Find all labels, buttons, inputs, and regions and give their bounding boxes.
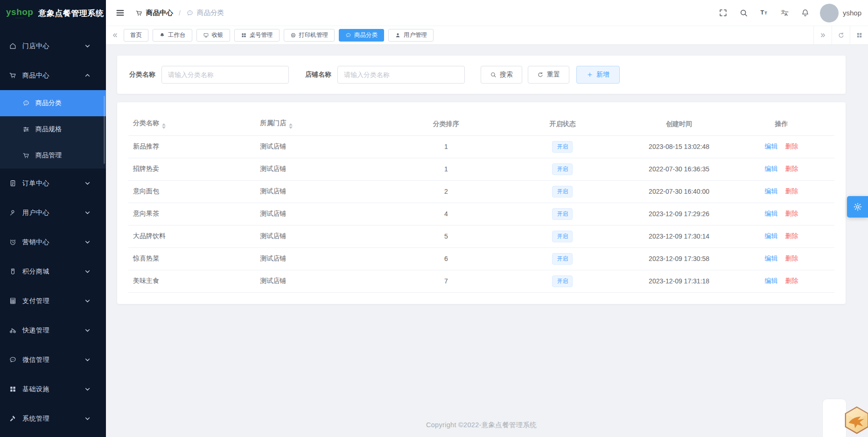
- table-row: 美味主食测试店铺7开启2023-12-09 17:31:18编辑删除: [128, 270, 834, 292]
- column-header[interactable]: 分类名称: [128, 113, 255, 135]
- chevron-up-icon: [84, 71, 91, 79]
- cell-actions: 编辑删除: [728, 180, 834, 203]
- tab-table-manage[interactable]: 桌号管理: [234, 29, 280, 42]
- sidebar-item-system-manage[interactable]: 系统管理: [0, 404, 106, 433]
- tab-printer-manage[interactable]: 打印机管理: [284, 29, 335, 42]
- tab-options-button[interactable]: [850, 26, 868, 44]
- edit-link[interactable]: 编辑: [765, 254, 778, 262]
- column-header-label: 所属门店: [260, 119, 286, 127]
- scroll-tabs-right-button[interactable]: [813, 26, 832, 44]
- svg-text:T: T: [764, 11, 767, 15]
- chat-bubble-icon: [186, 9, 194, 17]
- hamburger-icon[interactable]: [115, 8, 125, 18]
- cell-created-time: 2023-12-09 17:29:26: [630, 203, 728, 225]
- chevron-down-icon: [84, 356, 91, 364]
- sidebar-item-infrastructure[interactable]: 基础设施: [0, 374, 106, 404]
- delete-link[interactable]: 删除: [785, 187, 798, 195]
- sidebar-item-marketing-center[interactable]: 营销中心: [0, 227, 106, 257]
- sidebar-item-payment-manage[interactable]: 支付管理: [0, 286, 106, 316]
- user-filled-icon: [395, 32, 401, 38]
- table-row: 新品推荐测试店铺1开启2023-08-15 13:02:48编辑删除: [128, 135, 834, 158]
- column-header-label: 分类排序: [433, 120, 459, 127]
- scroll-tabs-left-icon[interactable]: [112, 32, 119, 39]
- translate-icon[interactable]: 文A: [780, 8, 789, 17]
- username[interactable]: yshop: [843, 9, 861, 17]
- content-area: 分类名称 店铺名称 搜索 重置 新增: [106, 45, 868, 437]
- column-header: 开启状态: [496, 113, 630, 135]
- delete-link[interactable]: 删除: [785, 232, 798, 240]
- home-icon: [9, 42, 17, 50]
- column-header-label: 操作: [775, 120, 788, 127]
- delete-link[interactable]: 删除: [785, 165, 798, 172]
- theme-settings-button[interactable]: [847, 196, 868, 218]
- notification-bell-icon[interactable]: [801, 8, 810, 17]
- tab-user-manage[interactable]: 用户管理: [388, 29, 434, 42]
- logo[interactable]: yshop ───── 意象点餐管理系统: [0, 0, 106, 26]
- cell-created-time: 2023-12-09 17:30:14: [630, 225, 728, 247]
- edit-link[interactable]: 编辑: [765, 232, 778, 240]
- cell-shop: 测试店铺: [255, 203, 397, 225]
- column-header[interactable]: 所属门店: [255, 113, 397, 135]
- delete-link[interactable]: 删除: [785, 254, 798, 262]
- main-area: 商品中心 / 商品分类 TT 文A yshop 首页工作台收银桌号管理打印机管理…: [106, 0, 868, 437]
- sort-carets-icon[interactable]: [289, 123, 293, 129]
- chevron-down-icon: [84, 385, 91, 393]
- sidebar-item-points-mall[interactable]: 积分商城: [0, 257, 106, 286]
- breadcrumb-item-goods-center[interactable]: 商品中心: [146, 8, 173, 17]
- tab-cashier[interactable]: 收银: [196, 29, 230, 42]
- sidebar-item-goods-manage[interactable]: 商品管理: [0, 142, 106, 169]
- search-button[interactable]: 搜索: [481, 66, 522, 84]
- price-tag-icon: [9, 268, 17, 275]
- avatar[interactable]: [820, 4, 839, 22]
- logo-word: yshop: [6, 7, 33, 16]
- download-bird-icon[interactable]: [842, 406, 868, 435]
- sidebar-item-user-center[interactable]: 用户中心: [0, 198, 106, 227]
- chevron-down-icon: [84, 297, 91, 305]
- font-size-icon[interactable]: TT: [760, 8, 769, 17]
- category-name-input[interactable]: [161, 66, 289, 84]
- search-icon: [490, 71, 497, 78]
- sidebar-item-goods-center[interactable]: 商品中心: [0, 61, 106, 90]
- delete-link[interactable]: 删除: [785, 210, 798, 217]
- cell-status: 开启: [496, 180, 630, 203]
- tab-goods-category[interactable]: 商品分类: [339, 29, 384, 42]
- tab-bar: 首页工作台收银桌号管理打印机管理商品分类用户管理: [106, 26, 868, 45]
- sort-carets-icon[interactable]: [162, 123, 166, 129]
- bell-filled-icon: [159, 32, 165, 38]
- plus-icon: [587, 71, 593, 78]
- chevron-down-icon: [84, 238, 91, 246]
- svg-text:T: T: [761, 9, 764, 16]
- user-icon: [9, 209, 17, 217]
- edit-link[interactable]: 编辑: [765, 187, 778, 195]
- refresh-page-button[interactable]: [832, 26, 850, 44]
- tab-label: 打印机管理: [299, 31, 329, 39]
- tab-label: 工作台: [168, 31, 186, 39]
- tab-label: 收银: [212, 31, 224, 39]
- cell-actions: 编辑删除: [728, 203, 834, 225]
- sidebar-item-express-manage[interactable]: 快递管理: [0, 316, 106, 345]
- cell-sort: 1: [397, 158, 496, 180]
- sidebar-menu: 门店中心商品中心商品分类商品规格商品管理订单中心用户中心营销中心积分商城支付管理…: [0, 26, 106, 433]
- tab-workbench[interactable]: 工作台: [153, 29, 192, 42]
- cell-created-time: 2023-12-09 17:30:58: [630, 247, 728, 270]
- edit-link[interactable]: 编辑: [765, 277, 778, 284]
- edit-link[interactable]: 编辑: [765, 165, 778, 172]
- add-button[interactable]: 新增: [576, 66, 620, 84]
- sidebar-item-order-center[interactable]: 订单中心: [0, 169, 106, 198]
- sidebar-item-store-center[interactable]: 门店中心: [0, 31, 106, 61]
- sidebar-scrollbar[interactable]: [104, 96, 105, 164]
- monitor-icon: [203, 32, 209, 38]
- edit-link[interactable]: 编辑: [765, 142, 778, 150]
- sidebar-item-wechat-manage[interactable]: 微信管理: [0, 345, 106, 374]
- fullscreen-icon[interactable]: [719, 8, 728, 17]
- delete-link[interactable]: 删除: [785, 277, 798, 284]
- sidebar-item-goods-category[interactable]: 商品分类: [0, 90, 106, 116]
- reset-button[interactable]: 重置: [528, 66, 569, 84]
- shop-name-input[interactable]: [337, 66, 465, 84]
- tab-home[interactable]: 首页: [124, 29, 148, 42]
- sidebar-item-goods-spec[interactable]: 商品规格: [0, 116, 106, 142]
- cell-sort: 2: [397, 180, 496, 203]
- search-icon[interactable]: [739, 8, 748, 17]
- edit-link[interactable]: 编辑: [765, 210, 778, 217]
- delete-link[interactable]: 删除: [785, 142, 798, 150]
